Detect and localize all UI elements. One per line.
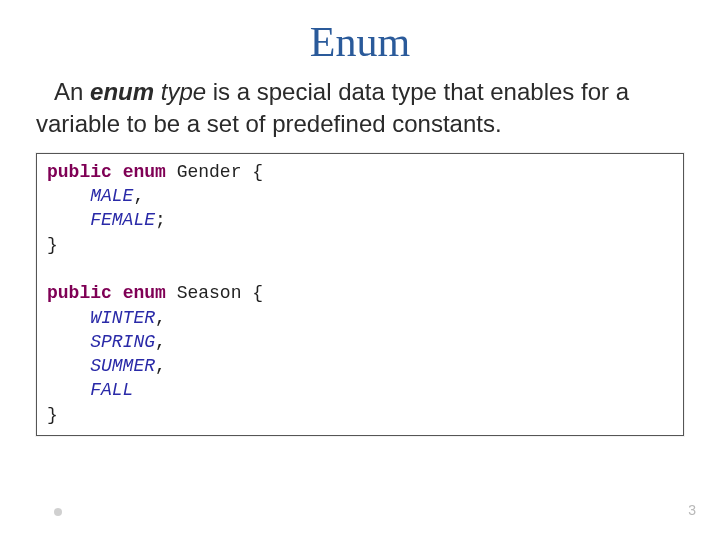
enum-name-gender: Gender { xyxy=(166,162,263,182)
const-spring: SPRING xyxy=(90,332,155,352)
sep: , xyxy=(133,186,144,206)
kw-public: public xyxy=(47,162,112,182)
sep: ; xyxy=(155,210,166,230)
code-block: public enum Gender { MALE, FEMALE; } pub… xyxy=(36,153,684,436)
bullet-icon xyxy=(54,508,62,516)
const-summer: SUMMER xyxy=(90,356,155,376)
text: An xyxy=(54,78,90,105)
enum-name-season: Season { xyxy=(166,283,263,303)
const-winter: WINTER xyxy=(90,308,155,328)
sep: , xyxy=(155,332,166,352)
sep: , xyxy=(155,356,166,376)
sep: , xyxy=(155,308,166,328)
kw-enum: enum xyxy=(123,162,166,182)
page-number: 3 xyxy=(688,502,696,518)
const-fall: FALL xyxy=(90,380,133,400)
keyword-enum: enum xyxy=(90,78,154,105)
intro-paragraph: An enum type is a special data type that… xyxy=(36,76,684,141)
kw-enum: enum xyxy=(123,283,166,303)
slide: Enum An enum type is a special data type… xyxy=(0,0,720,540)
const-female: FEMALE xyxy=(90,210,155,230)
text-type: type xyxy=(154,78,206,105)
kw-public: public xyxy=(47,283,112,303)
const-male: MALE xyxy=(90,186,133,206)
brace-close: } xyxy=(47,235,58,255)
slide-title: Enum xyxy=(36,18,684,66)
brace-close: } xyxy=(47,405,58,425)
